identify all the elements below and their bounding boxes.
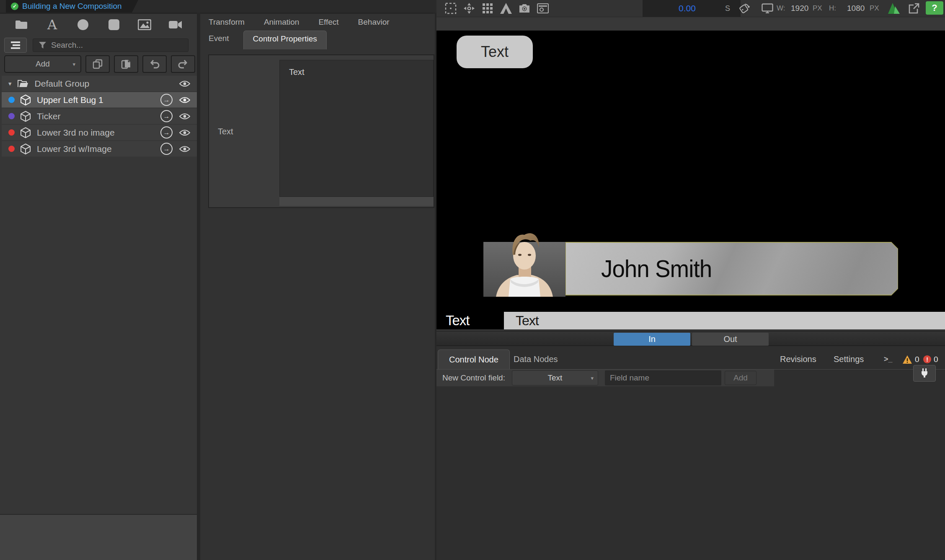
properties-tabs-row1: Transform Animation Effect Behavior — [204, 14, 390, 31]
height-value: 1080 — [847, 4, 865, 13]
layer-color-dot — [8, 113, 15, 119]
search-row: Search... — [0, 37, 197, 54]
console-icon[interactable]: >_ — [884, 349, 893, 369]
timeline-value: 0.00 — [679, 3, 696, 13]
filter-icon — [39, 42, 46, 49]
layer-view-button[interactable] — [4, 38, 27, 53]
tab-transform[interactable]: Transform — [209, 18, 245, 27]
capture-frame-tool-button[interactable] — [534, 2, 552, 15]
layer-row-upper-left-bug[interactable]: Upper Left Bug 1 → — [2, 92, 197, 108]
visibility-eye-icon[interactable] — [179, 97, 190, 103]
connect-button[interactable] — [913, 365, 936, 382]
lower-third-plate[interactable]: John Smith — [565, 242, 898, 295]
tab-data-nodes[interactable]: Data Nodes — [514, 349, 558, 369]
field-name-input[interactable]: Field name — [605, 370, 721, 385]
enter-node-icon[interactable]: → — [160, 110, 173, 122]
external-output-button[interactable] — [905, 2, 923, 15]
width-value: 1920 — [791, 4, 808, 13]
warning-count: 0 — [915, 355, 919, 364]
horizontal-scrollbar[interactable] — [279, 197, 434, 206]
node-panel-tabs: Control Node Data Nodes Revisions Settin… — [436, 349, 945, 370]
visibility-eye-icon[interactable] — [179, 129, 190, 136]
upper-left-bug-object[interactable]: Text — [457, 36, 533, 68]
folder-icon — [15, 20, 28, 30]
left-panel-footer — [0, 514, 197, 560]
chevron-down-icon: ▾ — [72, 61, 75, 67]
settings-link[interactable]: Settings — [834, 349, 864, 369]
add-video-button[interactable] — [166, 16, 185, 33]
error-count: 0 — [934, 355, 938, 364]
help-button[interactable]: ? — [926, 1, 943, 15]
layer-row-lower3rd-no-image[interactable]: Lower 3rd no image → — [2, 125, 197, 140]
move-tool-button[interactable] — [460, 2, 478, 15]
revisions-link[interactable]: Revisions — [780, 349, 816, 369]
timeline-value-box[interactable]: 0.00 S — [643, 0, 741, 17]
canvas-stage[interactable]: Text — [436, 31, 945, 317]
copy-icon — [93, 59, 103, 69]
animate-out-button[interactable]: Out — [692, 333, 769, 346]
layer-color-dot — [8, 129, 15, 136]
snapshot-tool-button[interactable] — [515, 2, 534, 15]
render-quality-button[interactable] — [885, 2, 903, 15]
property-field-label: Text — [218, 127, 233, 136]
preview-monitor-button[interactable] — [758, 2, 777, 15]
tab-effect[interactable]: Effect — [318, 18, 338, 27]
width-label: W: — [777, 4, 785, 13]
tab-event[interactable]: Event — [209, 34, 229, 43]
snap-label: S — [725, 4, 730, 13]
canvas-toolbar: 0.00 S W: 1920 PX H: 1080 PX — [436, 0, 945, 17]
enter-node-icon[interactable]: → — [160, 94, 173, 106]
expander-icon[interactable]: ▾ — [8, 80, 12, 87]
mountain-green-icon — [888, 3, 900, 14]
safe-area-tool-button[interactable] — [497, 2, 515, 15]
layer-row-lower3rd-w-image[interactable]: Lower 3rd w/Image → — [2, 141, 197, 157]
add-layer-button[interactable]: Add ▾ — [4, 55, 81, 73]
lower-third-plate-surface: John Smith — [566, 243, 898, 295]
add-image-button[interactable] — [135, 16, 154, 33]
add-circle-button[interactable] — [73, 16, 93, 33]
undo-icon — [150, 59, 160, 69]
add-layer-label: Add — [36, 59, 50, 69]
tab-control-node[interactable]: Control Node — [438, 349, 510, 369]
panel-divider[interactable] — [197, 13, 200, 560]
property-text-area[interactable]: Text — [279, 60, 434, 197]
field-type-select[interactable]: Text ▾ — [512, 370, 598, 385]
redo-button[interactable] — [171, 55, 195, 73]
ticker-object[interactable]: Text Text — [436, 312, 945, 329]
animate-in-button[interactable]: In — [614, 333, 690, 346]
search-placeholder: Search... — [51, 41, 83, 50]
tab-animation[interactable]: Animation — [264, 18, 300, 27]
add-field-button[interactable]: Add — [725, 371, 757, 385]
lower-third-photo[interactable] — [483, 231, 565, 297]
layer-label: Lower 3rd w/Image — [37, 144, 160, 154]
height-label: H: — [829, 4, 836, 13]
enter-node-icon[interactable]: → — [160, 143, 173, 155]
add-text-button[interactable]: A — [42, 16, 62, 33]
paste-button[interactable] — [114, 55, 138, 73]
enter-node-icon[interactable]: → — [160, 126, 173, 139]
search-input[interactable]: Search... — [33, 39, 188, 52]
add-folder-button[interactable] — [12, 16, 31, 33]
visibility-eye-icon[interactable] — [179, 146, 190, 152]
layer-row-ticker[interactable]: Ticker → — [2, 108, 197, 124]
warning-triangle-icon — [902, 355, 912, 364]
composition-tab[interactable]: ✓ Building a New Composition — [6, 0, 138, 13]
grid-icon — [483, 3, 493, 14]
add-rectangle-button[interactable] — [104, 16, 124, 33]
properties-panel: Transform Animation Effect Behavior Even… — [200, 14, 435, 560]
copy-button[interactable] — [85, 55, 110, 73]
visibility-eye-icon[interactable] — [179, 80, 190, 87]
external-link-icon — [909, 3, 919, 14]
layer-row-default-group[interactable]: ▾ Default Group — [2, 76, 197, 91]
transform-tool-button[interactable] — [442, 2, 460, 15]
visibility-eye-icon[interactable] — [179, 113, 190, 120]
tab-behavior[interactable]: Behavior — [358, 18, 390, 27]
ticker-body-text: Text — [504, 312, 945, 329]
grid-tool-button[interactable] — [478, 2, 497, 15]
undo-button[interactable] — [142, 55, 167, 73]
plug-icon — [920, 368, 929, 378]
canvas-section: 0.00 S W: 1920 PX H: 1080 PX — [436, 0, 945, 560]
layer-label: Ticker — [37, 111, 160, 121]
lower-third-name-text: John Smith — [601, 255, 712, 283]
tab-control-properties[interactable]: Control Properties — [243, 31, 327, 49]
